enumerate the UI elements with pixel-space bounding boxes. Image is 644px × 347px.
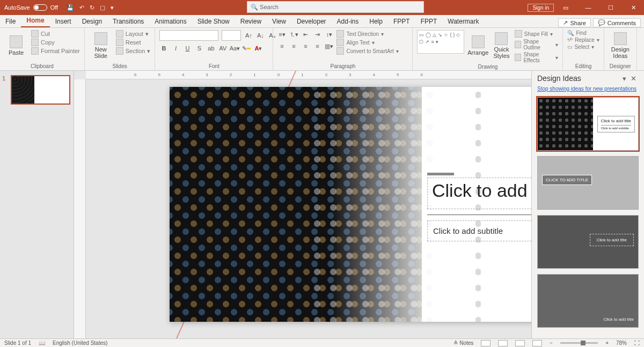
tab-fppt1[interactable]: FPPT	[388, 16, 415, 27]
layout-icon	[116, 30, 123, 38]
indent-dec-button[interactable]: ⇤	[301, 30, 310, 39]
italic-button[interactable]: I	[171, 44, 180, 53]
find-button[interactable]: 🔍 Find	[567, 30, 599, 36]
maximize-button[interactable]: ☐	[600, 0, 621, 15]
subtitle-placeholder[interactable]: Click to add subtitle	[427, 220, 531, 241]
cut-button[interactable]: Cut	[31, 30, 80, 38]
autosave-toggle[interactable]: AutoSave Off	[0, 4, 62, 11]
tab-developer[interactable]: Developer	[291, 16, 332, 27]
fit-window-button[interactable]: ⛶	[634, 340, 640, 346]
ruler-vertical	[74, 79, 86, 338]
pane-close-icon[interactable]: ✕	[628, 75, 639, 83]
tab-insert[interactable]: Insert	[50, 16, 77, 27]
select-button[interactable]: ▭ Select ▾	[567, 44, 599, 50]
zoom-out-button[interactable]: −	[550, 340, 553, 346]
layout-button[interactable]: Layout ▾	[116, 30, 151, 38]
sign-in-button[interactable]: Sign in	[528, 4, 554, 12]
reading-view-button[interactable]	[515, 340, 525, 346]
tab-animations[interactable]: Animations	[149, 16, 192, 27]
increase-font-icon[interactable]: A↑	[244, 31, 253, 40]
new-slide-button[interactable]: New Slide	[89, 30, 113, 61]
tab-view[interactable]: View	[267, 16, 291, 27]
bold-button[interactable]: B	[159, 44, 168, 53]
shape-outline-button[interactable]: Shape Outline ▾	[515, 39, 559, 50]
align-text-button[interactable]: Align Text ▾	[336, 39, 398, 46]
section-button[interactable]: Section ▾	[116, 47, 151, 55]
shape-fill-button[interactable]: Shape Fill ▾	[515, 30, 559, 38]
bullets-button[interactable]: ≡▾	[277, 30, 286, 39]
justify-button[interactable]: ≡	[313, 42, 321, 50]
slideshow-view-button[interactable]	[532, 340, 542, 346]
notes-button[interactable]: ≙ Notes	[453, 340, 473, 346]
slide-canvas[interactable]: Click to add title Click to add subtitle	[170, 87, 531, 322]
save-icon[interactable]: 💾	[67, 4, 74, 11]
paste-button[interactable]: Paste	[4, 30, 28, 61]
redo-icon[interactable]: ↻	[90, 4, 94, 11]
tab-help[interactable]: Help	[364, 16, 388, 27]
slide-editor[interactable]: 6543210123456 Click to add title Click t…	[74, 71, 531, 338]
tab-transitions[interactable]: Transitions	[107, 16, 149, 27]
copy-button[interactable]: Copy	[31, 39, 80, 46]
ribbon-display-icon[interactable]: ▭	[555, 0, 576, 15]
text-direction-button[interactable]: Text Direction ▾	[336, 30, 398, 38]
tab-review[interactable]: Review	[235, 16, 267, 27]
tab-fppt2[interactable]: FPPT	[415, 16, 443, 27]
align-right-button[interactable]: ≡	[301, 42, 310, 50]
title-placeholder[interactable]: Click to add title	[427, 178, 531, 209]
design-ideas-button[interactable]: Design Ideas	[609, 30, 632, 61]
zoom-slider[interactable]	[560, 342, 598, 344]
smartart-button[interactable]: Convert to SmartArt ▾	[336, 47, 398, 55]
align-left-button[interactable]: ≡	[277, 42, 286, 50]
spellcheck-icon[interactable]: 📖	[39, 340, 45, 346]
align-center-button[interactable]: ≡	[289, 42, 298, 50]
indent-inc-button[interactable]: ⇥	[313, 30, 321, 39]
tab-design[interactable]: Design	[77, 16, 107, 27]
numbering-button[interactable]: ⒈▾	[289, 30, 298, 39]
normal-view-button[interactable]	[481, 340, 491, 346]
strike-button[interactable]: S	[195, 44, 203, 53]
font-size-select[interactable]	[222, 30, 241, 41]
language-status[interactable]: English (United States)	[53, 340, 107, 346]
underline-button[interactable]: U	[183, 44, 192, 53]
shapes-gallery[interactable]: ▭◯△↘☆{}◇⬠↗≡▾	[417, 30, 464, 54]
highlight-color-button[interactable]: ✎	[242, 44, 251, 53]
qat-dropdown-icon[interactable]: ▾	[111, 4, 114, 11]
format-painter-button[interactable]: Format Painter	[31, 47, 80, 55]
shadow-button[interactable]: ab	[207, 44, 215, 53]
search-box[interactable]: 🔍 Search	[247, 1, 424, 13]
case-button[interactable]: Aa▾	[230, 44, 239, 53]
tab-addins[interactable]: Add-ins	[332, 16, 364, 27]
design-idea-1[interactable]: Click to add titleClick to add subtitle	[537, 97, 639, 151]
comments-button[interactable]: 💬Comments	[593, 18, 641, 27]
stop-ideas-link[interactable]: Stop showing ideas for new presentations	[532, 86, 644, 95]
font-color-button[interactable]: A▾	[254, 44, 262, 53]
slide-thumbnail-1[interactable]	[11, 75, 70, 105]
tab-file[interactable]: File	[0, 16, 21, 27]
pane-dropdown-icon[interactable]: ▾	[620, 75, 628, 83]
zoom-in-button[interactable]: +	[605, 340, 609, 346]
design-idea-2[interactable]: CLICK TO ADD TITLE	[537, 156, 639, 210]
start-slideshow-icon[interactable]: ▢	[100, 4, 105, 11]
design-idea-3[interactable]: Click to add title	[537, 215, 639, 269]
design-idea-4[interactable]: Click to add title	[537, 274, 639, 328]
arrange-button[interactable]: Arrange	[467, 30, 488, 61]
quick-styles-button[interactable]: Quick Styles	[492, 30, 511, 61]
sorter-view-button[interactable]	[498, 340, 508, 346]
line-spacing-button[interactable]: ↕▾	[325, 30, 333, 39]
tab-slideshow[interactable]: Slide Show	[192, 16, 235, 27]
ribbon-tabs: File Home Insert Design Transitions Anim…	[0, 15, 644, 28]
decrease-font-icon[interactable]: A↓	[256, 31, 265, 40]
spacing-button[interactable]: AV	[218, 44, 227, 53]
undo-icon[interactable]: ↶	[79, 4, 84, 11]
replace-button[interactable]: ᵃ⁄ᵇ Replace ▾	[567, 37, 599, 43]
shape-effects-button[interactable]: Shape Effects ▾	[515, 51, 559, 63]
columns-button[interactable]: ▥▾	[325, 42, 333, 50]
share-button[interactable]: ↗Share	[558, 18, 590, 27]
zoom-level[interactable]: 78%	[616, 340, 627, 346]
minimize-button[interactable]: —	[577, 0, 599, 15]
tab-watermark[interactable]: Watermark	[442, 16, 484, 27]
reset-button[interactable]: Reset	[116, 39, 151, 46]
tab-home[interactable]: Home	[21, 14, 49, 27]
close-button[interactable]: ✕	[623, 0, 644, 15]
font-family-select[interactable]	[159, 30, 218, 41]
